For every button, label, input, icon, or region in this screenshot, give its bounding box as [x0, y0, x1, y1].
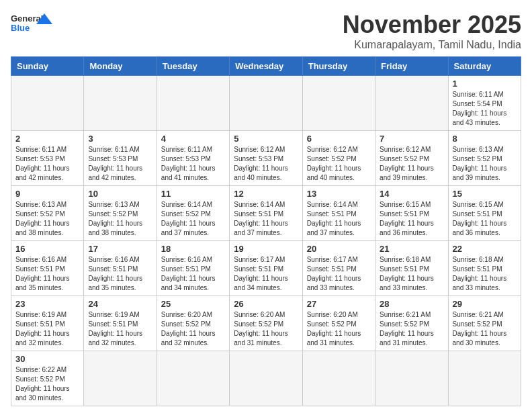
- day-info: Sunrise: 6:18 AMSunset: 5:51 PMDaylight:…: [380, 255, 443, 293]
- day-number: 18: [161, 244, 225, 254]
- day-number: 8: [453, 134, 517, 144]
- calendar-cell: [375, 76, 448, 131]
- day-info: Sunrise: 6:12 AMSunset: 5:52 PMDaylight:…: [380, 145, 443, 183]
- day-info: Sunrise: 6:14 AMSunset: 5:51 PMDaylight:…: [234, 200, 298, 238]
- weekday-header-sunday: Sunday: [11, 57, 84, 76]
- day-number: 26: [234, 299, 298, 309]
- calendar-cell: [84, 76, 157, 131]
- day-info: Sunrise: 6:16 AMSunset: 5:51 PMDaylight:…: [88, 255, 152, 293]
- weekday-header-wednesday: Wednesday: [230, 57, 302, 76]
- day-info: Sunrise: 6:15 AMSunset: 5:51 PMDaylight:…: [380, 200, 443, 238]
- day-info: Sunrise: 6:20 AMSunset: 5:52 PMDaylight:…: [161, 310, 225, 348]
- day-number: 27: [307, 299, 371, 309]
- calendar-cell: 2Sunrise: 6:11 AMSunset: 5:53 PMDaylight…: [11, 131, 84, 186]
- calendar-cell: [84, 351, 157, 406]
- day-number: 24: [88, 299, 152, 309]
- location-title: Kumarapalayam, Tamil Nadu, India: [343, 39, 521, 51]
- calendar-cell: 25Sunrise: 6:20 AMSunset: 5:52 PMDayligh…: [157, 296, 229, 351]
- calendar-cell: [157, 76, 229, 131]
- calendar-cell: 15Sunrise: 6:15 AMSunset: 5:51 PMDayligh…: [448, 186, 521, 241]
- day-info: Sunrise: 6:17 AMSunset: 5:51 PMDaylight:…: [234, 255, 298, 293]
- day-number: 28: [380, 299, 443, 309]
- calendar-cell: [157, 351, 229, 406]
- day-number: 30: [15, 354, 79, 364]
- calendar-cell: [230, 76, 302, 131]
- calendar-cell: [302, 76, 375, 131]
- day-number: 29: [453, 299, 517, 309]
- day-info: Sunrise: 6:20 AMSunset: 5:52 PMDaylight:…: [234, 310, 298, 348]
- day-info: Sunrise: 6:17 AMSunset: 5:51 PMDaylight:…: [307, 255, 371, 293]
- calendar-week-0: 1Sunrise: 6:11 AMSunset: 5:54 PMDaylight…: [11, 76, 521, 131]
- weekday-header-friday: Friday: [375, 57, 448, 76]
- day-number: 3: [88, 134, 152, 144]
- calendar-header: SundayMondayTuesdayWednesdayThursdayFrid…: [11, 57, 521, 76]
- calendar-cell: 21Sunrise: 6:18 AMSunset: 5:51 PMDayligh…: [375, 241, 448, 296]
- calendar-week-3: 16Sunrise: 6:16 AMSunset: 5:51 PMDayligh…: [11, 241, 521, 296]
- calendar-cell: 23Sunrise: 6:19 AMSunset: 5:51 PMDayligh…: [11, 296, 84, 351]
- day-number: 19: [234, 244, 298, 254]
- calendar-cell: 9Sunrise: 6:13 AMSunset: 5:52 PMDaylight…: [11, 186, 84, 241]
- calendar-cell: 29Sunrise: 6:21 AMSunset: 5:52 PMDayligh…: [448, 296, 521, 351]
- day-info: Sunrise: 6:22 AMSunset: 5:52 PMDaylight:…: [15, 365, 79, 403]
- day-info: Sunrise: 6:19 AMSunset: 5:51 PMDaylight:…: [88, 310, 152, 348]
- day-number: 17: [88, 244, 152, 254]
- calendar-cell: 26Sunrise: 6:20 AMSunset: 5:52 PMDayligh…: [230, 296, 302, 351]
- calendar-cell: 20Sunrise: 6:17 AMSunset: 5:51 PMDayligh…: [302, 241, 375, 296]
- calendar-cell: 12Sunrise: 6:14 AMSunset: 5:51 PMDayligh…: [230, 186, 302, 241]
- calendar-cell: [375, 351, 448, 406]
- day-number: 12: [234, 189, 298, 199]
- calendar-cell: 3Sunrise: 6:11 AMSunset: 5:53 PMDaylight…: [84, 131, 157, 186]
- month-title: November 2025: [343, 11, 521, 39]
- calendar-cell: [11, 76, 84, 131]
- calendar-cell: [302, 351, 375, 406]
- day-number: 25: [161, 299, 225, 309]
- calendar-cell: 13Sunrise: 6:14 AMSunset: 5:51 PMDayligh…: [302, 186, 375, 241]
- day-number: 4: [161, 134, 225, 144]
- calendar-cell: 14Sunrise: 6:15 AMSunset: 5:51 PMDayligh…: [375, 186, 448, 241]
- calendar-body: 1Sunrise: 6:11 AMSunset: 5:54 PMDaylight…: [11, 76, 521, 406]
- day-info: Sunrise: 6:14 AMSunset: 5:51 PMDaylight:…: [307, 200, 371, 238]
- day-number: 6: [307, 134, 371, 144]
- calendar-cell: 4Sunrise: 6:11 AMSunset: 5:53 PMDaylight…: [157, 131, 229, 186]
- day-info: Sunrise: 6:11 AMSunset: 5:53 PMDaylight:…: [15, 145, 79, 183]
- calendar-cell: 27Sunrise: 6:20 AMSunset: 5:52 PMDayligh…: [302, 296, 375, 351]
- calendar-cell: 10Sunrise: 6:13 AMSunset: 5:52 PMDayligh…: [84, 186, 157, 241]
- calendar-cell: 16Sunrise: 6:16 AMSunset: 5:51 PMDayligh…: [11, 241, 84, 296]
- calendar-cell: [230, 351, 302, 406]
- day-info: Sunrise: 6:19 AMSunset: 5:51 PMDaylight:…: [15, 310, 79, 348]
- day-number: 5: [234, 134, 298, 144]
- day-info: Sunrise: 6:13 AMSunset: 5:52 PMDaylight:…: [453, 145, 517, 183]
- day-info: Sunrise: 6:11 AMSunset: 5:53 PMDaylight:…: [88, 145, 152, 183]
- calendar-week-4: 23Sunrise: 6:19 AMSunset: 5:51 PMDayligh…: [11, 296, 521, 351]
- day-number: 16: [15, 244, 79, 254]
- day-info: Sunrise: 6:16 AMSunset: 5:51 PMDaylight:…: [15, 255, 79, 293]
- day-info: Sunrise: 6:20 AMSunset: 5:52 PMDaylight:…: [307, 310, 371, 348]
- calendar-week-5: 30Sunrise: 6:22 AMSunset: 5:52 PMDayligh…: [11, 351, 521, 406]
- calendar-cell: 5Sunrise: 6:12 AMSunset: 5:53 PMDaylight…: [230, 131, 302, 186]
- calendar-cell: 30Sunrise: 6:22 AMSunset: 5:52 PMDayligh…: [11, 351, 84, 406]
- calendar-cell: 1Sunrise: 6:11 AMSunset: 5:54 PMDaylight…: [448, 76, 521, 131]
- weekday-header-thursday: Thursday: [302, 57, 375, 76]
- logo-svg: General Blue: [11, 11, 58, 38]
- page-header: General Blue November 2025 Kumarapalayam…: [11, 11, 521, 51]
- calendar-cell: 6Sunrise: 6:12 AMSunset: 5:52 PMDaylight…: [302, 131, 375, 186]
- day-number: 2: [15, 134, 79, 144]
- calendar-table: SundayMondayTuesdayWednesdayThursdayFrid…: [11, 56, 521, 406]
- weekday-header-tuesday: Tuesday: [157, 57, 229, 76]
- day-info: Sunrise: 6:13 AMSunset: 5:52 PMDaylight:…: [15, 200, 79, 238]
- calendar-cell: 28Sunrise: 6:21 AMSunset: 5:52 PMDayligh…: [375, 296, 448, 351]
- weekday-header-saturday: Saturday: [448, 57, 521, 76]
- calendar-cell: 17Sunrise: 6:16 AMSunset: 5:51 PMDayligh…: [84, 241, 157, 296]
- day-number: 10: [88, 189, 152, 199]
- logo: General Blue: [11, 11, 58, 38]
- day-info: Sunrise: 6:21 AMSunset: 5:52 PMDaylight:…: [453, 310, 517, 348]
- calendar-week-1: 2Sunrise: 6:11 AMSunset: 5:53 PMDaylight…: [11, 131, 521, 186]
- day-number: 7: [380, 134, 443, 144]
- day-number: 11: [161, 189, 225, 199]
- day-info: Sunrise: 6:15 AMSunset: 5:51 PMDaylight:…: [453, 200, 517, 238]
- weekday-header-monday: Monday: [84, 57, 157, 76]
- calendar-cell: 22Sunrise: 6:18 AMSunset: 5:51 PMDayligh…: [448, 241, 521, 296]
- calendar-cell: 11Sunrise: 6:14 AMSunset: 5:52 PMDayligh…: [157, 186, 229, 241]
- calendar-cell: 19Sunrise: 6:17 AMSunset: 5:51 PMDayligh…: [230, 241, 302, 296]
- calendar-cell: 8Sunrise: 6:13 AMSunset: 5:52 PMDaylight…: [448, 131, 521, 186]
